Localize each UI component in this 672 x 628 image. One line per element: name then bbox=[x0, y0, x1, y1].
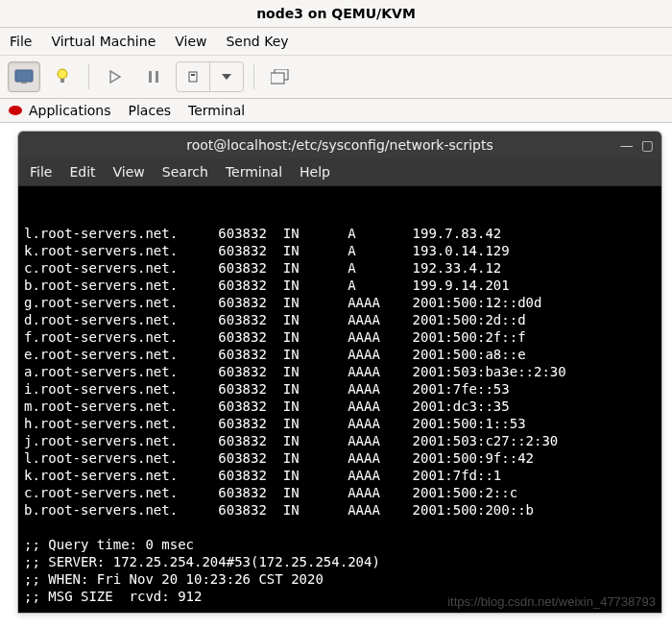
dns-record-line: g.root-servers.net. 603832 IN AAAA 2001:… bbox=[24, 294, 656, 311]
play-button[interactable] bbox=[99, 61, 132, 92]
terminal-titlebar[interactable]: root@localhost:/etc/sysconfig/network-sc… bbox=[18, 132, 661, 158]
lightbulb-icon bbox=[55, 67, 70, 86]
dns-record-line: b.root-servers.net. 603832 IN AAAA 2001:… bbox=[24, 501, 656, 519]
svg-rect-1 bbox=[21, 82, 27, 84]
svg-marker-9 bbox=[222, 74, 231, 80]
dns-record-line: k.root-servers.net. 603832 IN AAAA 2001:… bbox=[24, 467, 656, 484]
term-menu-search[interactable]: Search bbox=[162, 164, 208, 180]
dns-record-line: i.root-servers.net. 603832 IN AAAA 2001:… bbox=[24, 380, 656, 398]
fullscreen-icon bbox=[271, 69, 290, 85]
terminal-window: root@localhost:/etc/sysconfig/network-sc… bbox=[17, 131, 662, 614]
outer-menubar: File Virtual Machine View Send Key bbox=[0, 28, 672, 56]
svg-rect-7 bbox=[189, 72, 197, 82]
svg-rect-0 bbox=[15, 70, 33, 82]
dns-record-line: f.root-servers.net. 603832 IN AAAA 2001:… bbox=[24, 328, 656, 346]
redhat-icon bbox=[8, 103, 23, 118]
console-button[interactable] bbox=[8, 61, 40, 92]
dns-record-line: k.root-servers.net. 603832 IN A 193.0.14… bbox=[24, 242, 656, 259]
dns-record-line: d.root-servers.net. 603832 IN AAAA 2001:… bbox=[24, 311, 656, 328]
panel-applications[interactable]: Applications bbox=[29, 103, 111, 118]
svg-point-12 bbox=[9, 106, 22, 115]
dig-footer-line: ;; SERVER: 172.25.254.204#53(172.25.254.… bbox=[24, 553, 656, 570]
fullscreen-button[interactable] bbox=[264, 61, 297, 92]
panel-terminal[interactable]: Terminal bbox=[188, 103, 245, 118]
window-title-text: node3 on QEMU/KVM bbox=[256, 6, 416, 21]
terminal-title: root@localhost:/etc/sysconfig/network-sc… bbox=[28, 137, 652, 153]
dns-record-line: e.root-servers.net. 603832 IN AAAA 2001:… bbox=[24, 346, 656, 363]
term-menu-edit[interactable]: Edit bbox=[69, 164, 95, 180]
power-icon bbox=[186, 70, 200, 84]
panel-places[interactable]: Places bbox=[129, 103, 172, 118]
svg-rect-11 bbox=[271, 73, 284, 84]
maximize-icon[interactable]: ▢ bbox=[641, 137, 654, 153]
dns-record-line: c.root-servers.net. 603832 IN AAAA 2001:… bbox=[24, 484, 656, 501]
svg-rect-5 bbox=[149, 71, 152, 83]
dns-record-line: j.root-servers.net. 603832 IN AAAA 2001:… bbox=[24, 432, 656, 449]
dns-record-line: l.root-servers.net. 603832 IN AAAA 2001:… bbox=[24, 449, 656, 467]
dropdown-arrow[interactable] bbox=[210, 62, 243, 91]
term-menu-view[interactable]: View bbox=[113, 164, 145, 180]
terminal-menubar: File Edit View Search Terminal Help bbox=[18, 158, 661, 186]
watermark: ittps://blog.csdn.net/weixin_47738793 bbox=[447, 593, 656, 611]
term-menu-file[interactable]: File bbox=[30, 164, 52, 180]
pause-icon bbox=[147, 70, 160, 84]
dig-footer-line: ;; Query time: 0 msec bbox=[24, 536, 656, 553]
info-button[interactable] bbox=[46, 61, 79, 92]
menu-file[interactable]: File bbox=[10, 34, 32, 49]
pause-button[interactable] bbox=[137, 61, 170, 92]
toolbar-divider bbox=[88, 64, 89, 89]
dns-record-line: m.root-servers.net. 603832 IN AAAA 2001:… bbox=[24, 398, 656, 415]
minimize-icon[interactable]: — bbox=[620, 137, 634, 153]
svg-rect-3 bbox=[60, 79, 64, 83]
term-menu-help[interactable]: Help bbox=[300, 164, 330, 180]
svg-marker-4 bbox=[110, 71, 120, 83]
shutdown-dropdown[interactable] bbox=[176, 61, 244, 92]
dns-record-line: l.root-servers.net. 603832 IN A 199.7.83… bbox=[24, 225, 656, 242]
play-icon bbox=[108, 70, 122, 84]
monitor-icon bbox=[14, 69, 34, 85]
window-title: node3 on QEMU/KVM bbox=[0, 0, 672, 28]
term-menu-terminal[interactable]: Terminal bbox=[226, 164, 282, 180]
svg-rect-6 bbox=[156, 71, 158, 83]
gnome-panel: Applications Places Terminal bbox=[0, 99, 672, 123]
terminal-output[interactable]: l.root-servers.net. 603832 IN A 199.7.83… bbox=[18, 186, 661, 613]
toolbar-divider-2 bbox=[253, 64, 254, 89]
dig-footer-line: ;; WHEN: Fri Nov 20 10:23:26 CST 2020 bbox=[24, 570, 656, 588]
svg-rect-8 bbox=[191, 74, 195, 76]
toolbar bbox=[0, 56, 672, 99]
dns-record-line: a.root-servers.net. 603832 IN AAAA 2001:… bbox=[24, 363, 656, 380]
dns-record-line: h.root-servers.net. 603832 IN AAAA 2001:… bbox=[24, 415, 656, 432]
dns-record-line: b.root-servers.net. 603832 IN A 199.9.14… bbox=[24, 277, 656, 294]
chevron-down-icon bbox=[222, 74, 231, 80]
dns-record-line: c.root-servers.net. 603832 IN A 192.33.4… bbox=[24, 259, 656, 277]
svg-point-2 bbox=[58, 69, 67, 79]
menu-send-key[interactable]: Send Key bbox=[226, 34, 288, 49]
power-button[interactable] bbox=[177, 62, 209, 91]
menu-view[interactable]: View bbox=[175, 34, 206, 49]
menu-virtual-machine[interactable]: Virtual Machine bbox=[51, 34, 156, 49]
